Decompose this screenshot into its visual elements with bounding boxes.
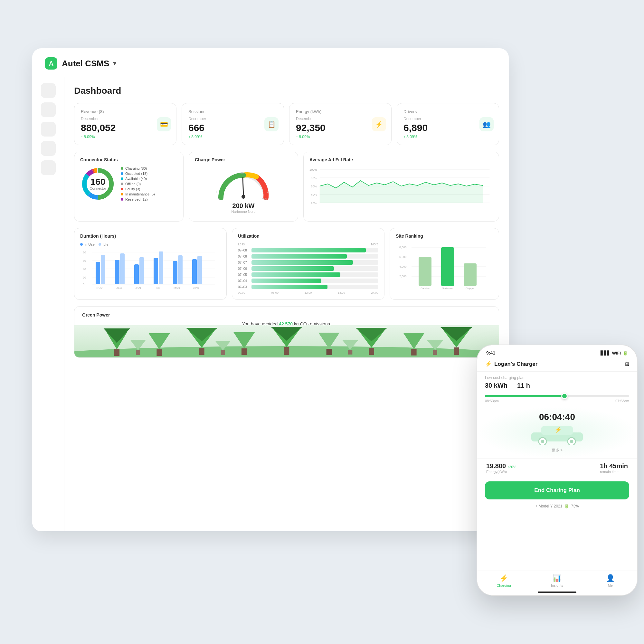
svg-rect-78 (241, 348, 247, 355)
svg-text:400: 400 (262, 197, 267, 200)
svg-rect-47 (173, 261, 177, 284)
svg-point-105 (570, 440, 573, 443)
connector-status-card: Connector Status (74, 152, 184, 222)
kpi-drivers-month: December (403, 117, 492, 121)
green-power-title: Green Power (82, 312, 491, 317)
duration-legend: In Use Idle (80, 242, 221, 246)
energy-label: Energy(kWh) (486, 470, 516, 474)
car-illustration: 06:04:40 ⚡ 更多 > (477, 407, 637, 458)
kpi-energy-change: ↑ 8.09% (296, 135, 385, 139)
kpi-sessions-icon: 📋 (264, 117, 279, 131)
svg-text:4,000: 4,000 (399, 265, 407, 268)
slider-track (485, 395, 629, 397)
map-icon[interactable]: ⊞ (625, 361, 629, 367)
kpi-sessions-value: 666 (188, 122, 277, 133)
me-nav-icon: 👤 (606, 574, 615, 582)
svg-text:‹: ‹ (216, 189, 217, 194)
sidebar-item-3[interactable] (41, 122, 56, 137)
bot-row: Duration (Hours) In Use Idle (74, 228, 499, 300)
charging-plan-label: Low cost charging plan (477, 375, 637, 380)
charging-nav-icon: ⚡ (499, 574, 508, 582)
svg-rect-36 (101, 255, 105, 284)
charge-power-value: 200 kW (232, 202, 255, 210)
connector-total: 160 (90, 177, 106, 186)
svg-rect-73 (156, 349, 162, 356)
kpi-revenue-icon: 💳 (157, 117, 171, 131)
sidebar-item-2[interactable] (41, 102, 56, 117)
svg-text:60: 60 (83, 259, 86, 262)
connector-donut: 160 Connector (80, 166, 116, 202)
slider-fill (485, 395, 564, 397)
util-row-1: 07–08 (238, 248, 378, 252)
util-bars: 07–08 07–08 07–07 (238, 248, 378, 289)
svg-rect-41 (134, 264, 139, 284)
car-sub[interactable]: 更多 > (552, 448, 563, 453)
svg-rect-83 (327, 349, 332, 355)
svg-rect-39 (120, 253, 125, 284)
insights-nav-icon: 📊 (553, 574, 561, 582)
remain-label: remain time (600, 470, 628, 474)
svg-text:2,000: 2,000 (399, 275, 407, 278)
svg-text:80%: 80% (311, 176, 317, 180)
energy-value: 19.800 (486, 462, 506, 469)
kpi-drivers: Drivers December 6,890 ↑ 8.09% 👥 (397, 103, 499, 145)
util-row-7: 07–03 (238, 285, 378, 289)
site-ranking-card: Site Ranking 8,000 6,000 4,000 2,000 (390, 228, 499, 300)
charge-power-location: Narbonne Nord (231, 210, 255, 213)
dropdown-icon[interactable]: ▼ (112, 60, 118, 67)
legend-available: Available (40) (121, 177, 155, 181)
plan-kwh-value: 30 kWh (485, 382, 507, 389)
svg-text:NOV: NOV (96, 286, 103, 289)
remain-value: 1h 45min (600, 462, 628, 470)
site-ranking-title: Site Ranking (396, 233, 493, 239)
sidebar-item-5[interactable] (41, 160, 56, 175)
nav-me[interactable]: 👤 Me (584, 574, 637, 587)
connector-sub: Connector (90, 186, 106, 190)
slider-thumb[interactable] (561, 393, 568, 399)
kpi-sessions-change: ↑ 8.09% (188, 135, 277, 139)
car-timer: 06:04:40 (539, 412, 575, 422)
phone-time: 9:41 (486, 350, 495, 355)
fill-rate-title: Average Ad Fill Rate (309, 157, 493, 162)
time-slider[interactable]: 08:53pm 07:53am (477, 391, 637, 407)
sidebar-item-1[interactable] (41, 83, 56, 98)
phone-status-bar: 9:41 ▋▋▋ WiFi 🔋 (477, 345, 637, 358)
kpi-revenue-label: Revenue ($) (81, 109, 170, 114)
utilization-card: Utilization LessMore 07–08 07–08 (232, 228, 384, 300)
donut-center: 160 Connector (90, 177, 106, 190)
svg-text:20%: 20% (311, 202, 317, 205)
slider-end: 07:53am (615, 399, 629, 403)
svg-text:JAN: JAN (135, 286, 141, 289)
svg-text:100%: 100% (309, 168, 317, 171)
svg-line-7 (243, 178, 243, 197)
svg-rect-48 (178, 255, 183, 284)
end-charging-button[interactable]: End Charing Plan (485, 481, 629, 499)
vehicle-row: + Model Y 2021 🔋 73% (477, 502, 637, 510)
dashboard-header: A Autel CSMS ▼ (32, 48, 509, 75)
app-title: Autel CSMS (62, 59, 109, 69)
stat-energy: 19.800 ↑26% Energy(kWh) (486, 462, 516, 474)
site-ranking-chart: 8,000 6,000 4,000 2,000 (396, 242, 493, 291)
kpi-energy-label: Energy (kWh) (296, 109, 385, 114)
kpi-revenue-value: 880,052 (81, 122, 170, 133)
nav-charging[interactable]: ⚡ Charging (477, 574, 530, 587)
svg-text:60%: 60% (311, 185, 317, 188)
connector-title: Connector Status (80, 157, 177, 162)
charge-power-title: Charge Power (195, 157, 292, 162)
kpi-drivers-label: Drivers (403, 109, 492, 114)
svg-text:200: 200 (240, 171, 244, 175)
battery-icon: 🔋 (564, 504, 569, 508)
phone-status-icons: ▋▋▋ WiFi 🔋 (601, 351, 628, 355)
legend-faulty: Faulty (3) (121, 187, 155, 191)
dashboard-card: A Autel CSMS ▼ Dashboard Revenue ($) Dec… (32, 48, 509, 531)
util-labels: LessMore (238, 242, 378, 246)
svg-text:MAR: MAR (174, 286, 180, 289)
mid-row: Connector Status (74, 152, 499, 222)
svg-rect-88 (411, 349, 416, 355)
energy-change: ↑26% (507, 465, 516, 469)
util-row-4: 07–06 (238, 266, 378, 271)
legend-offline: Offline (0) (121, 182, 155, 186)
sidebar-item-4[interactable] (41, 141, 56, 156)
svg-text:40: 40 (83, 268, 86, 271)
nav-insights[interactable]: 📊 Insights (530, 574, 583, 587)
